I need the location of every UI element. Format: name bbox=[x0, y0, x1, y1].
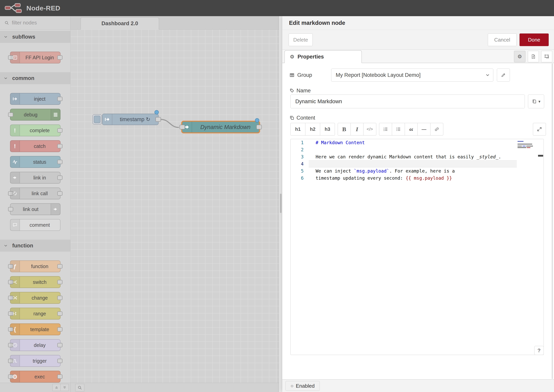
expand-all-button[interactable] bbox=[61, 384, 69, 391]
palette-node-change[interactable]: change bbox=[10, 292, 61, 304]
palette-category-function[interactable]: function bbox=[0, 239, 70, 252]
palette-node-status[interactable]: status bbox=[10, 156, 61, 168]
palette-node-link-call[interactable]: link call bbox=[10, 188, 61, 199]
h2-button[interactable]: h2 bbox=[305, 123, 320, 135]
palette-node-function[interactable]: ƒfunction bbox=[10, 260, 61, 272]
appearance-tab-button[interactable] bbox=[541, 51, 552, 62]
link-in-icon bbox=[10, 172, 20, 183]
palette-node-range[interactable]: range bbox=[10, 308, 61, 320]
change-icon bbox=[10, 292, 20, 303]
name-input[interactable] bbox=[290, 95, 525, 108]
panel-separator[interactable] bbox=[279, 16, 282, 392]
palette-node-debug[interactable]: debug bbox=[10, 109, 61, 120]
palette-search[interactable] bbox=[0, 16, 70, 29]
bold-button[interactable]: B bbox=[338, 123, 351, 135]
palette-node-label: delay bbox=[20, 340, 60, 351]
quote-button[interactable]: “ bbox=[405, 123, 418, 135]
italic-button[interactable]: I bbox=[351, 123, 364, 135]
expand-icon bbox=[537, 126, 542, 132]
canvas-search-button[interactable] bbox=[75, 384, 84, 392]
debug-icon bbox=[51, 109, 60, 120]
palette-node-label: switch bbox=[20, 277, 60, 287]
flow-canvas[interactable]: timestamp ↻ Dynamic Markdown bbox=[70, 29, 279, 392]
function-icon: ƒ bbox=[10, 261, 20, 272]
chevron-down-icon bbox=[4, 76, 8, 80]
flow-workspace: Dashboard 2.0 timestamp ↻ Dynamic Markdo… bbox=[70, 16, 279, 392]
markdown-editor[interactable]: 1# Markdown Content23Here we can render … bbox=[290, 139, 544, 355]
palette-node-complete[interactable]: !complete bbox=[10, 125, 61, 136]
unsaved-changes-dot bbox=[154, 110, 159, 114]
palette-node-label: exec bbox=[20, 371, 60, 382]
enabled-toggle[interactable]: ○ Enabled bbox=[286, 381, 320, 391]
palette-node-delay[interactable]: delay bbox=[10, 339, 61, 351]
dialog-scrollbar[interactable] bbox=[552, 63, 553, 379]
exec-icon: ⚙ bbox=[10, 371, 20, 382]
overview-ruler-mark bbox=[538, 155, 543, 157]
palette-node-link-out[interactable]: link out bbox=[10, 203, 61, 215]
linkcall-icon bbox=[12, 191, 18, 196]
flow-node-dynamic-markdown[interactable]: Dynamic Markdown bbox=[181, 121, 260, 133]
h3-button[interactable]: h3 bbox=[320, 123, 335, 135]
palette-node-comment[interactable]: comment bbox=[10, 219, 61, 231]
h1-button[interactable]: h1 bbox=[290, 123, 305, 135]
edit-group-button[interactable] bbox=[497, 69, 510, 82]
palette-node-label: link in bbox=[20, 172, 60, 183]
cancel-button[interactable]: Cancel bbox=[488, 34, 517, 46]
link-button[interactable] bbox=[430, 123, 443, 135]
dialog-footer: ○ Enabled bbox=[282, 379, 554, 392]
inject-trigger-button[interactable] bbox=[92, 114, 102, 125]
properties-tab-button[interactable]: ⚙ bbox=[514, 51, 526, 62]
editor-lines: 1# Markdown Content23Here we can render … bbox=[291, 139, 544, 355]
book-icon bbox=[532, 99, 537, 104]
markdown-toolbar: h1h2h3BI</>“— bbox=[290, 123, 443, 135]
palette-category-subflows[interactable]: subflows bbox=[0, 31, 70, 43]
category-label: common bbox=[12, 75, 35, 81]
palette-node-link-in[interactable]: link in bbox=[10, 172, 61, 184]
palette-category-common[interactable]: common bbox=[0, 72, 70, 84]
code-button[interactable]: </> bbox=[363, 123, 376, 135]
palette-node-trigger[interactable]: trigger bbox=[10, 355, 61, 367]
link-button-icon bbox=[434, 127, 439, 132]
palette-search-input[interactable] bbox=[11, 20, 62, 26]
palette-node-switch[interactable]: switch bbox=[10, 276, 61, 288]
expand-editor-button[interactable] bbox=[533, 123, 546, 135]
complete-icon: ! bbox=[10, 125, 20, 136]
name-options-button[interactable]: ▾ bbox=[528, 95, 544, 108]
palette-node-label: catch bbox=[20, 141, 60, 152]
wire[interactable] bbox=[70, 29, 279, 392]
scrollbar-thumb[interactable] bbox=[280, 194, 281, 213]
output-port[interactable] bbox=[155, 117, 161, 122]
horizontal-rule-button[interactable]: — bbox=[417, 123, 430, 135]
input-port[interactable] bbox=[180, 125, 185, 129]
editor-minimap[interactable] bbox=[517, 140, 536, 169]
palette-node-exec[interactable]: ⚙exec bbox=[10, 371, 61, 383]
group-select[interactable]: My Report [Notebook Layout Demo] bbox=[331, 69, 493, 82]
chevron-down-icon bbox=[485, 73, 490, 77]
flow-node-timestamp[interactable]: timestamp ↻ bbox=[102, 114, 159, 125]
palette-node-ff-api-login[interactable]: FF API Login bbox=[10, 52, 61, 63]
link-out-icon bbox=[51, 204, 60, 215]
palette-node-inject[interactable]: inject bbox=[10, 93, 61, 105]
status-icon bbox=[10, 156, 20, 168]
ordered-list-button[interactable] bbox=[379, 123, 392, 135]
collapse-all-button[interactable] bbox=[52, 384, 61, 391]
palette-node-label: link call bbox=[20, 188, 60, 199]
unordered-list-button[interactable] bbox=[392, 123, 405, 135]
dialog-tabbar: ⚙ Properties ⚙ bbox=[282, 50, 554, 63]
palette-node-catch[interactable]: !catch bbox=[10, 140, 61, 152]
copy-icon bbox=[289, 115, 295, 120]
tab-dashboard-2[interactable]: Dashboard 2.0 bbox=[81, 17, 159, 29]
unordered-list-button-icon bbox=[396, 127, 401, 132]
edit-node-dialog: Edit markdown node Delete Cancel Done ⚙ … bbox=[282, 16, 554, 392]
palette-node-label: range bbox=[20, 308, 60, 319]
output-port[interactable] bbox=[256, 125, 262, 129]
chevron-double-up-icon bbox=[54, 385, 59, 390]
line-number: 1 bbox=[291, 139, 309, 146]
tab-properties[interactable]: ⚙ Properties bbox=[285, 50, 362, 63]
description-tab-button[interactable] bbox=[528, 51, 539, 62]
palette-node-template[interactable]: {template bbox=[10, 323, 61, 335]
help-button[interactable]: ? bbox=[534, 346, 544, 355]
delete-button[interactable]: Delete bbox=[289, 34, 313, 46]
done-button[interactable]: Done bbox=[519, 34, 549, 46]
editor-line: 3Here we can render dynamic Markdown con… bbox=[291, 153, 544, 160]
